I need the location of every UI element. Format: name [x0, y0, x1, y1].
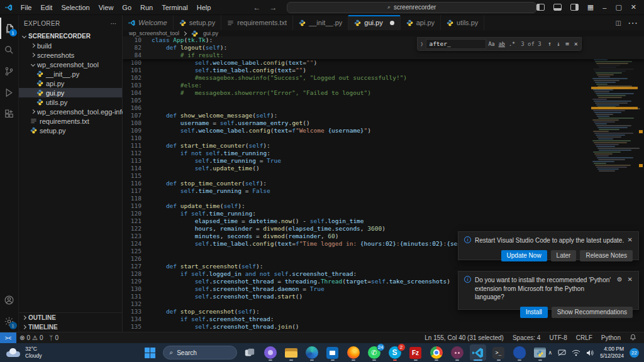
find-in-selection-icon[interactable]: ≡	[563, 40, 572, 48]
back-icon[interactable]: ←	[253, 3, 260, 12]
tab-welcome[interactable]: Welcome	[123, 15, 174, 30]
tab--init-py[interactable]: __init__.py	[293, 15, 348, 30]
settings-icon[interactable]: 1	[0, 310, 19, 332]
toggle-sidebar-icon[interactable]	[536, 4, 545, 11]
notification-close-icon[interactable]: ✕	[628, 276, 633, 283]
install-button[interactable]: Install	[520, 307, 548, 318]
task-view-taskbar-icon[interactable]	[242, 344, 258, 361]
split-editor-icon[interactable]: ◫	[616, 19, 621, 26]
find-previous-icon[interactable]: ↑	[545, 40, 554, 48]
remote-indicator[interactable]: ><	[0, 332, 16, 344]
status-python[interactable]: Python	[601, 334, 621, 341]
maximize-button[interactable]: ▢	[615, 3, 621, 11]
vscode-taskbar-icon[interactable]	[470, 344, 486, 361]
show-recommendations-button[interactable]: Show Recommendations	[552, 307, 633, 318]
tab-gui-py[interactable]: gui.py	[348, 15, 400, 30]
tree-root-screenrecorder[interactable]: SCREENRECORDER	[19, 31, 122, 41]
status-spaces[interactable]: Spaces: 4	[513, 334, 540, 341]
regex-icon[interactable]: .*	[507, 40, 517, 48]
filezilla-taskbar-icon[interactable]: Fz	[408, 344, 424, 361]
tree-item-wp-screenshot-tool-egg-info[interactable]: wp_screenshot_tool.egg-info	[19, 107, 122, 116]
later-button[interactable]: Later	[551, 250, 577, 261]
customize-layout-icon[interactable]: ▦	[587, 3, 594, 11]
extensions-icon[interactable]	[0, 103, 19, 124]
toggle-secondary-sidebar-icon[interactable]	[570, 4, 579, 11]
menu-help[interactable]: Help	[192, 4, 216, 11]
ports-status[interactable]: ᛘ0	[46, 334, 62, 341]
status-crlf[interactable]: CRLF	[576, 334, 592, 341]
tree-item--init-py[interactable]: __init__.py	[19, 69, 122, 79]
find-close-icon[interactable]: ✕	[572, 40, 580, 48]
tree-item-gui-py[interactable]: gui.py	[19, 88, 122, 97]
menu-view[interactable]: View	[94, 4, 118, 11]
find-input[interactable]: after_	[426, 39, 486, 49]
status-ln[interactable]: Ln 155, Col 40 (31 selected)	[425, 334, 504, 341]
tree-item-wp-screenshot-tool[interactable]: wp_screenshot_tool	[19, 60, 122, 69]
breadcrumb[interactable]: wp_screenshot_tool gui.py	[123, 30, 644, 36]
chrome-taskbar-icon[interactable]	[428, 344, 445, 361]
tab-api-py[interactable]: api.py	[401, 15, 441, 30]
release-notes-button[interactable]: Release Notes	[580, 250, 633, 261]
find-next-icon[interactable]: ↓	[554, 40, 563, 48]
find-toggle-replace-icon[interactable]: ❭	[418, 40, 426, 48]
whole-word-icon[interactable]: ab	[497, 40, 507, 48]
skype-taskbar-icon[interactable]: S2	[387, 344, 403, 361]
whatsapp-taskbar-icon[interactable]: ✆24	[366, 344, 382, 361]
menu-edit[interactable]: Edit	[36, 4, 57, 11]
wifi-icon[interactable]	[572, 349, 580, 356]
app-purple-taskbar-icon[interactable]	[262, 344, 279, 361]
store-taskbar-icon[interactable]	[325, 344, 341, 361]
menu-selection[interactable]: Selection	[57, 4, 94, 11]
status-utf8[interactable]: UTF-8	[549, 334, 567, 341]
tree-item-utils-py[interactable]: utils.py	[19, 97, 122, 107]
bell-icon[interactable]	[630, 334, 636, 342]
display-icon[interactable]	[558, 349, 566, 356]
tab-requirements-txt[interactable]: requirements.txt	[221, 15, 293, 30]
search-icon[interactable]	[0, 39, 19, 60]
tab-setup-py[interactable]: setup.py	[174, 15, 222, 30]
command-center-search[interactable]: ⌕ screenrecorder	[287, 2, 536, 13]
tab-utils-py[interactable]: utils.py	[441, 15, 484, 30]
python-app-taskbar-icon[interactable]	[532, 344, 548, 361]
update-now-button[interactable]: Update Now	[501, 250, 547, 261]
timeline-section[interactable]: TIMELINE	[19, 322, 122, 332]
start-button[interactable]	[142, 344, 158, 361]
terminal-taskbar-icon[interactable]: >_	[491, 344, 507, 361]
menu-terminal[interactable]: Terminal	[157, 4, 192, 11]
source-control-icon[interactable]	[0, 60, 19, 82]
edge-taskbar-icon[interactable]	[304, 344, 320, 361]
app-face-taskbar-icon[interactable]	[449, 344, 465, 361]
forward-icon[interactable]: →	[269, 3, 277, 12]
volume-icon[interactable]	[586, 349, 594, 356]
menu-go[interactable]: Go	[118, 4, 136, 11]
match-case-icon[interactable]: Aa	[486, 40, 496, 48]
breadcrumb-file[interactable]: gui.py	[203, 30, 218, 36]
tray-chevron-icon[interactable]: ∧	[548, 349, 553, 356]
clock[interactable]: 4:00 PM 5/12/2024	[600, 346, 624, 359]
tree-item-requirements-txt[interactable]: requirements.txt	[19, 116, 122, 126]
tree-item-api-py[interactable]: api.py	[19, 79, 122, 88]
editor-more-icon[interactable]: ⋯	[628, 17, 638, 29]
tree-item-setup-py[interactable]: setup.py	[19, 126, 122, 135]
tree-item-build[interactable]: build	[19, 41, 122, 50]
notification-gear-icon[interactable]: ⚙	[617, 276, 623, 283]
breadcrumb-folder[interactable]: wp_screenshot_tool	[129, 30, 179, 36]
notification-close-icon[interactable]: ✕	[628, 236, 633, 243]
problems-status[interactable]: ⊗0 ⚠0	[16, 334, 46, 341]
file-explorer-taskbar-icon[interactable]	[283, 344, 299, 361]
toggle-panel-icon[interactable]	[553, 4, 562, 11]
outline-section[interactable]: OUTLINE	[19, 313, 122, 322]
weather-widget[interactable]: 32°C Cloudy	[0, 346, 142, 359]
minimize-button[interactable]: –	[602, 4, 606, 11]
menu-file[interactable]: File	[16, 4, 36, 11]
explorer-more-icon[interactable]: ⋯	[111, 20, 117, 27]
menu-run[interactable]: Run	[136, 4, 157, 11]
firefox-taskbar-icon[interactable]	[345, 344, 362, 361]
tree-item-screenshots[interactable]: screenshots	[19, 50, 122, 60]
taskbar-search[interactable]: ⌕ Search	[163, 346, 237, 359]
accounts-icon[interactable]	[0, 289, 19, 310]
close-button[interactable]: ✕	[631, 3, 636, 11]
explorer-icon[interactable]: 1	[0, 18, 19, 39]
app-blue-taskbar-icon[interactable]	[511, 344, 528, 361]
notification-count-badge[interactable]: 22	[630, 348, 639, 358]
